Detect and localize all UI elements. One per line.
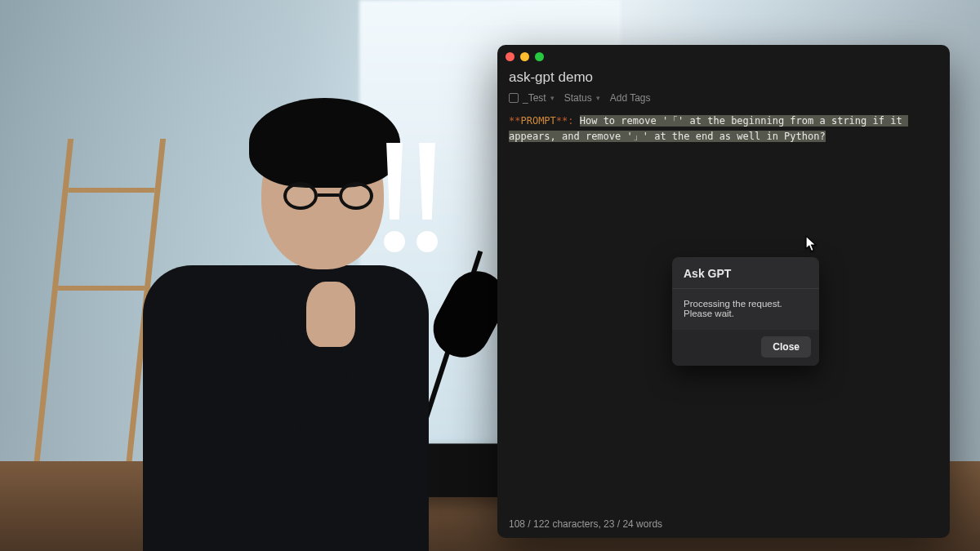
window-minimize-icon[interactable] bbox=[520, 52, 529, 61]
dialog-message: Processing the request. Please wait. bbox=[672, 289, 819, 330]
prompt-keyword: PROMPT bbox=[520, 115, 555, 127]
prompt-markup: **: bbox=[556, 115, 574, 127]
notebook-name: _Test bbox=[523, 92, 546, 104]
checkbox-icon bbox=[509, 93, 519, 103]
add-tags-button[interactable]: Add Tags bbox=[610, 92, 651, 104]
ask-gpt-dialog: Ask GPT Processing the request. Please w… bbox=[672, 257, 819, 366]
close-button[interactable]: Close bbox=[761, 336, 811, 358]
status-bar: 108 / 122 characters, 23 / 24 words bbox=[497, 512, 950, 538]
chevron-down-icon: ▾ bbox=[550, 94, 555, 102]
status-selector[interactable]: Status ▾ bbox=[564, 92, 600, 104]
dialog-footer: Close bbox=[672, 330, 819, 366]
exclamation-icon bbox=[416, 143, 438, 252]
document-meta-row: _Test ▾ Status ▾ Add Tags bbox=[497, 89, 950, 110]
exclamation-overlay bbox=[384, 143, 438, 252]
prompt-markup: ** bbox=[509, 115, 520, 127]
window-close-icon[interactable] bbox=[506, 52, 514, 61]
dialog-title: Ask GPT bbox=[672, 257, 819, 289]
notebook-selector[interactable]: _Test ▾ bbox=[509, 92, 555, 104]
exclamation-icon bbox=[384, 143, 405, 252]
status-label: Status bbox=[564, 92, 592, 104]
document-title[interactable]: ask-gpt demo bbox=[497, 68, 950, 89]
chevron-down-icon: ▾ bbox=[596, 94, 600, 102]
window-zoom-icon[interactable] bbox=[535, 52, 544, 61]
window-titlebar[interactable] bbox=[497, 45, 950, 68]
